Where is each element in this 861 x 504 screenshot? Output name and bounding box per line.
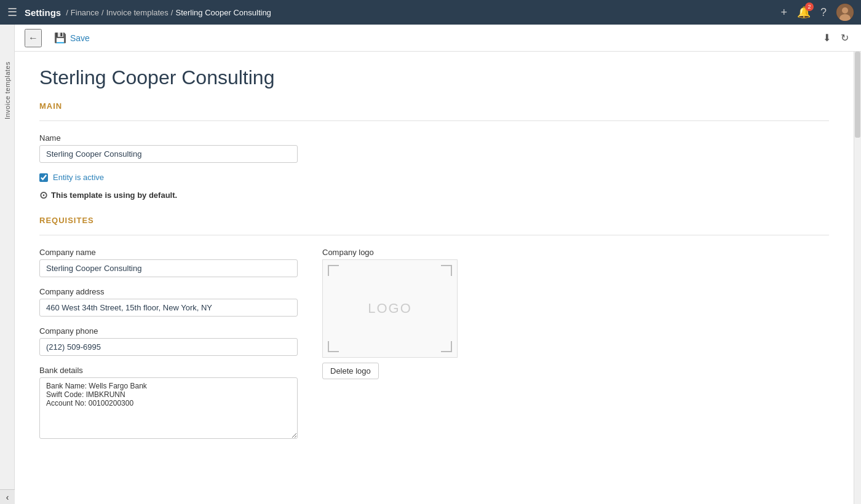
toolbar: ← 💾 Save ⬇ ↻ (15, 25, 861, 52)
scrollbar-thumb[interactable] (855, 52, 860, 138)
name-label: Name (39, 133, 829, 143)
collapse-icon: ‹ (6, 492, 9, 502)
requisites-divider (39, 235, 829, 235)
breadcrumb-separator3: / (171, 8, 173, 17)
content-wrapper: ← 💾 Save ⬇ ↻ Sterling Cooper Consulting … (15, 25, 861, 504)
requisites-right: Company logo LOGO Delete logo (322, 248, 470, 451)
main-section-heading: MAIN (39, 101, 829, 111)
main-content: Sterling Cooper Consulting MAIN Name Ent… (15, 52, 854, 504)
download-button[interactable]: ⬇ (820, 30, 833, 46)
save-icon: 💾 (54, 32, 66, 44)
breadcrumb-separator2: / (101, 8, 104, 17)
scrollbar-track[interactable] (854, 52, 861, 504)
company-name-input[interactable] (39, 259, 298, 277)
default-template-notice: ⊙ This template is using by default. (39, 189, 829, 201)
corner-bl (328, 341, 339, 352)
sidebar-tab-label: Invoice templates (4, 61, 11, 119)
app-container: Invoice templates ‹ ← 💾 Save ⬇ ↻ Sterlin… (0, 25, 861, 504)
refresh-button[interactable]: ↻ (838, 30, 851, 46)
check-circle-icon: ⊙ (39, 189, 47, 201)
svg-point-1 (842, 7, 848, 14)
company-address-input[interactable] (39, 299, 298, 317)
delete-logo-button[interactable]: Delete logo (322, 363, 379, 379)
requisites-grid: Company name Company address Company pho… (39, 248, 829, 451)
add-icon[interactable]: + (780, 6, 787, 19)
notification-badge: 2 (805, 2, 814, 11)
corner-br (441, 341, 452, 352)
notifications-icon[interactable]: 🔔 2 (797, 6, 811, 19)
save-button[interactable]: 💾 Save (49, 30, 95, 46)
entity-active-checkbox[interactable] (39, 173, 48, 182)
entity-active-label[interactable]: Entity is active (53, 173, 104, 182)
bank-details-textarea[interactable] (39, 377, 298, 439)
breadcrumb-current: Sterling Cooper Consulting (175, 8, 271, 17)
breadcrumb-separator: / (66, 8, 68, 17)
company-phone-label: Company phone (39, 326, 298, 336)
topbar-title: Settings (25, 7, 61, 18)
back-button[interactable]: ← (25, 29, 42, 47)
help-icon[interactable]: ? (820, 6, 827, 19)
company-logo-label: Company logo (322, 248, 470, 257)
company-phone-input[interactable] (39, 338, 298, 356)
page-title: Sterling Cooper Consulting (39, 66, 829, 89)
topbar: ☰ Settings / Finance / Invoice templates… (0, 0, 861, 25)
breadcrumb-finance[interactable]: Finance (71, 8, 99, 17)
corner-tl (328, 265, 339, 276)
toolbar-right: ⬇ ↻ (820, 30, 851, 46)
breadcrumb-invoice-templates[interactable]: Invoice templates (106, 8, 169, 17)
company-phone-group: Company phone (39, 326, 298, 356)
company-address-group: Company address (39, 287, 298, 317)
breadcrumb: / Finance / Invoice templates / Sterling… (66, 8, 271, 17)
requisites-left: Company name Company address Company pho… (39, 248, 298, 451)
sidebar-tab[interactable]: Invoice templates ‹ (0, 25, 15, 504)
logo-placeholder-text: LOGO (368, 301, 412, 317)
scrollbar[interactable] (854, 52, 861, 504)
collapse-arrow[interactable]: ‹ (0, 489, 15, 504)
requisites-section-heading: REQUISITES (39, 216, 829, 225)
name-field-group: Name (39, 133, 829, 163)
menu-icon[interactable]: ☰ (7, 6, 17, 19)
save-label: Save (70, 33, 90, 43)
topbar-actions: + 🔔 2 ? (780, 4, 854, 21)
entity-active-row: Entity is active (39, 173, 829, 182)
bank-details-label: Bank details (39, 366, 298, 375)
logo-box[interactable]: LOGO (322, 259, 458, 358)
company-name-group: Company name (39, 248, 298, 277)
bank-details-group: Bank details (39, 366, 298, 441)
corner-tr (441, 265, 452, 276)
company-name-label: Company name (39, 248, 298, 257)
main-divider (39, 120, 829, 121)
user-avatar[interactable] (836, 4, 854, 21)
default-template-text: This template is using by default. (51, 191, 177, 200)
logo-container: Company logo LOGO Delete logo (322, 248, 470, 379)
name-input[interactable] (39, 145, 298, 163)
company-address-label: Company address (39, 287, 298, 296)
